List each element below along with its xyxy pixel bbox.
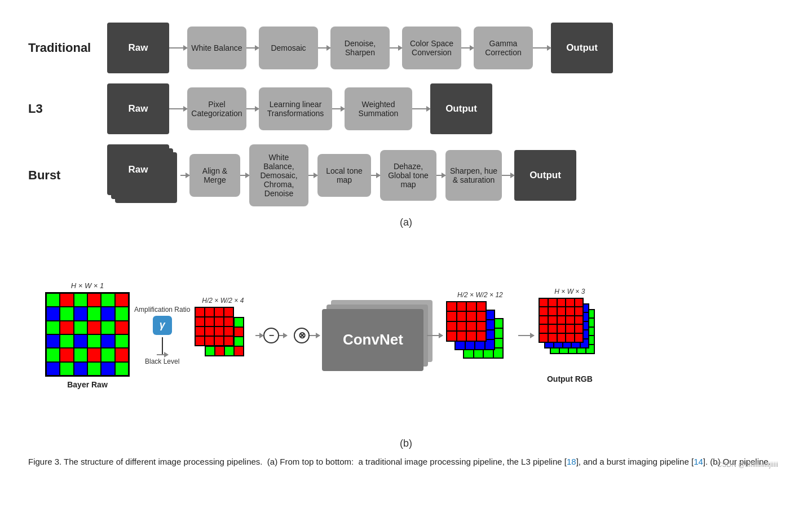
traditional-output: Output <box>551 23 613 73</box>
pack-stack-section: H/2 × W/2 × 4 <box>195 297 251 374</box>
l3-label: L3 <box>28 102 107 116</box>
burst-arrow-3 <box>308 175 317 176</box>
pixel-cat-box: Pixel Categorization <box>187 87 246 130</box>
l3-output: Output <box>430 83 492 134</box>
l3-raw: Raw <box>107 83 169 134</box>
arrow-from-sub <box>279 335 287 336</box>
arrow-to-rgb <box>518 335 534 336</box>
stack-layer-1 <box>195 307 234 346</box>
burst-arrow-5 <box>436 175 445 176</box>
bayer-cell <box>46 307 60 320</box>
bayer-cell <box>60 348 73 361</box>
arrow-5 <box>461 47 474 48</box>
burst-raw-stack: Raw <box>107 144 180 206</box>
convnet-section: ConvNet <box>322 300 423 371</box>
denoise-box: Denoise, Sharpen <box>330 27 390 69</box>
subtract-section: − <box>255 328 287 343</box>
bayer-cell <box>60 307 73 320</box>
bayer-cell <box>101 307 114 320</box>
weighted-sum-box: Weighted Summation <box>345 87 412 130</box>
multiply-section: ⊗ <box>294 328 320 343</box>
bayer-cell <box>101 321 114 334</box>
bayer-cell <box>74 307 87 320</box>
l3-arrow-2 <box>246 108 259 109</box>
main-container: Traditional Raw White Balance Demosaic D… <box>0 0 812 480</box>
arrow-6 <box>533 47 551 48</box>
local-tone-box: Local tone map <box>317 154 371 197</box>
learning-box: Learning linear Transformations <box>259 87 332 130</box>
amp-label: Amplification Ratio <box>134 306 190 314</box>
output-rgb-grids <box>539 298 601 371</box>
figure-caption-section: Figure 3. The structure of different ima… <box>23 455 789 469</box>
burst-arrow-1 <box>180 175 189 176</box>
bayer-cell <box>60 334 73 348</box>
bayer-cell <box>115 334 129 348</box>
bayer-cell <box>87 334 101 348</box>
bayer-cell <box>115 362 129 376</box>
part-a-diagram: Traditional Raw White Balance Demosaic D… <box>23 11 789 242</box>
burst-raw-label: Raw <box>107 144 169 195</box>
bayer-cell <box>101 293 114 307</box>
bayer-cell <box>87 307 101 320</box>
bayer-cell <box>74 334 87 348</box>
arrow-to-out <box>427 335 443 336</box>
burst-arrow-2 <box>240 175 249 176</box>
burst-output: Output <box>514 150 576 201</box>
burst-row: Burst Raw Align & Merge White Balance, D… <box>28 144 784 206</box>
main-arrow-section <box>157 354 168 355</box>
figure-caption: Figure 3. The structure of different ima… <box>23 455 789 469</box>
bayer-cell <box>101 334 114 348</box>
bayer-cell <box>60 321 73 334</box>
bayer-cell <box>101 348 114 361</box>
l3-arrow-1 <box>169 108 187 109</box>
caption-b: (b) <box>28 438 784 449</box>
output-rgb-label: Output RGB <box>547 374 593 383</box>
bayer-cell <box>87 293 101 307</box>
bayer-cell <box>115 348 129 361</box>
arrow-1 <box>169 47 187 48</box>
dehaze-box: Dehaze, Global tone map <box>380 150 436 201</box>
part-b-diagram: H × W × 1 <box>23 242 789 449</box>
bayer-grid <box>45 292 130 377</box>
bayer-cell <box>46 362 60 376</box>
gamma-box: Gamma Correction <box>474 27 533 69</box>
white-balance-box: White Balance <box>187 27 246 69</box>
bayer-cell <box>46 334 60 348</box>
output-dim: H/2 × W/2 × 12 <box>457 291 503 299</box>
traditional-label: Traditional <box>28 41 107 55</box>
output-rgb-dim: H × W × 3 <box>554 288 585 295</box>
traditional-raw: Raw <box>107 23 169 73</box>
align-merge-box: Align & Merge <box>189 154 240 197</box>
burst-arrow-4 <box>371 175 380 176</box>
burst-label: Burst <box>28 168 107 183</box>
gamma-badge: γ <box>153 316 172 335</box>
bayer-cell <box>87 321 101 334</box>
bayer-label: Bayer Raw <box>67 380 108 389</box>
l3-row: L3 Raw Pixel Categorization Learning lin… <box>28 83 784 134</box>
bayer-dim: H × W × 1 <box>71 281 104 290</box>
subtract-op: − <box>263 328 279 343</box>
network-diagram: H × W × 1 <box>28 248 784 434</box>
bayer-cell <box>115 293 129 307</box>
convnet-box: ConvNet <box>322 309 423 371</box>
output-stack-section: H/2 × W/2 × 12 <box>446 291 514 380</box>
l3-arrow-3 <box>332 108 345 109</box>
bayer-cell <box>87 348 101 361</box>
flow-arrow-bayer <box>157 354 168 355</box>
bayer-cell <box>74 321 87 334</box>
arrow-2 <box>246 47 259 48</box>
bayer-cell <box>74 362 87 376</box>
output-arrow <box>518 335 534 336</box>
colorspace-box: Color Space Conversion <box>402 27 461 69</box>
arrow-3 <box>318 47 330 48</box>
bayer-cell <box>87 362 101 376</box>
gamma-down-line <box>162 337 163 354</box>
bayer-cell <box>74 348 87 361</box>
output-stacked-grids <box>446 301 514 380</box>
sharpen-box: Sharpen, hue & saturation <box>445 150 502 201</box>
burst-arrow-6 <box>502 175 514 176</box>
traditional-row: Traditional Raw White Balance Demosaic D… <box>28 23 784 73</box>
arrow-4 <box>390 47 402 48</box>
convnet-out-arrow <box>427 335 443 336</box>
arrow-to-sub <box>255 335 263 336</box>
